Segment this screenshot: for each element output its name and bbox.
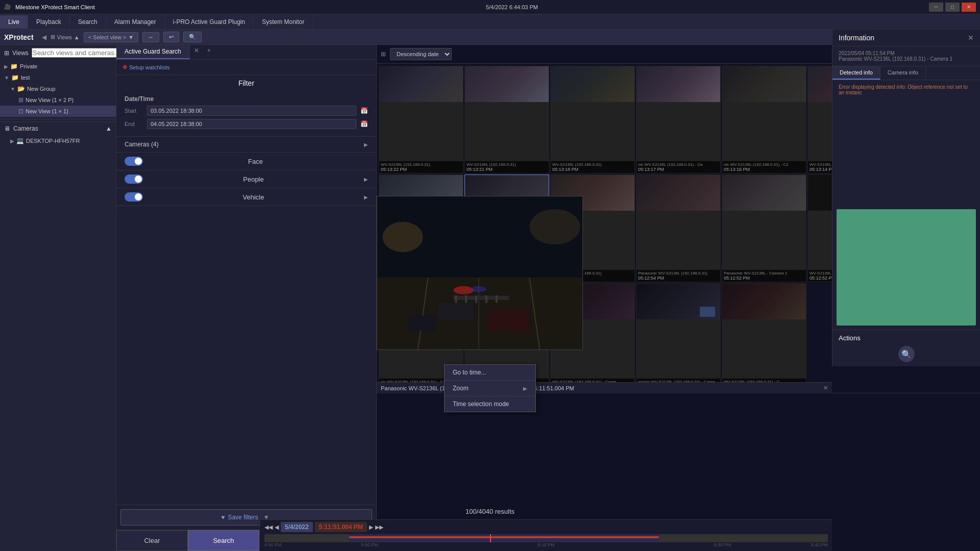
menu-tab-alarm[interactable]: Alarm Manager [106, 15, 165, 29]
grid-time-label: nic WV-S2136L (192.168.0.31) - Ca 05:13:… [636, 161, 720, 173]
minimize-button[interactable]: ─ [929, 3, 943, 12]
menu-tab-search[interactable]: Search [70, 15, 106, 29]
info-tab-camera[interactable]: Camera info [880, 66, 926, 80]
info-tab-detected[interactable]: Detected info [832, 66, 880, 80]
left-panel: ⊞ Views 🔍 + ▶ 📁 Private ▼ 📁 test ▼ 📂 New… [0, 45, 116, 551]
views-icon-panel: ⊞ [4, 49, 9, 57]
start-date-input[interactable] [147, 106, 356, 116]
vehicle-toggle-row[interactable]: Vehicle ▶ [116, 188, 376, 206]
grid-thumbnail [551, 66, 634, 102]
window-controls: ─ □ ✕ [929, 3, 976, 12]
title-left: 🎥 Milestone XProtect Smart Client [4, 4, 95, 10]
cameras-section-header[interactable]: 🖥 Cameras ▲ [0, 121, 116, 135]
close-button[interactable]: ✕ [962, 3, 976, 12]
timeline-bar[interactable] [264, 534, 828, 542]
tree-item-label: New View (1 × 1) [26, 108, 68, 114]
select-view-dropdown[interactable]: < Select view > ▼ [84, 32, 138, 42]
collapse-left-icon[interactable]: ◀ [42, 34, 46, 41]
setup-watchlists-button[interactable]: ⊕ Setup watchlists [116, 60, 376, 75]
app-icon: 🎥 [4, 4, 11, 10]
tree-item-test[interactable]: ▼ 📁 test [0, 72, 116, 83]
views-button[interactable]: ⊞ Views ▲ [51, 34, 80, 40]
actions-title: Actions [839, 334, 974, 342]
views-expand-icon: ▲ [74, 34, 80, 40]
menu-tab-live[interactable]: Live [0, 15, 28, 29]
search-button[interactable]: Search [188, 530, 259, 551]
results-count: 100/4040 results [465, 508, 514, 515]
clear-button[interactable]: Clear [116, 530, 188, 551]
search-cameras-input[interactable] [32, 48, 120, 58]
people-toggle-label: People [243, 176, 263, 183]
tree-item-view1[interactable]: ⊞ New View (1 × 2 P) [0, 94, 116, 106]
menu-tab-sysmon[interactable]: System Monitor [254, 15, 313, 29]
grid-item[interactable]: nic WV-S2136L (192.168.0.31) - Ca 05:13:… [636, 66, 721, 173]
goto-time-label: Go to time... [453, 369, 486, 376]
people-toggle-row[interactable]: People ▶ [116, 170, 376, 188]
toolbar-button-3[interactable]: 🔍 [183, 32, 202, 42]
face-toggle-row[interactable]: Face [116, 153, 376, 170]
svg-rect-11 [408, 315, 436, 331]
filter-tab-add-button[interactable]: + [203, 45, 215, 59]
filter-tab-active-guard[interactable]: Active Guard Search [116, 45, 190, 59]
filter-tab-close-button[interactable]: ✕ [190, 45, 203, 59]
folder-icon: 📂 [17, 85, 25, 92]
maximize-button[interactable]: □ [945, 3, 960, 12]
context-menu-time-selection[interactable]: Time selection mode [445, 396, 535, 412]
app-title: Milestone XProtect Smart Client [15, 4, 95, 10]
grid-item[interactable]: asonic WV-S2136L (192.168.0.31) - Came 0… [636, 283, 721, 391]
cameras-filter-label: Cameras (4) [125, 141, 159, 148]
actions-section: Actions 🔍 [832, 330, 980, 366]
play-button[interactable]: ▶ [369, 524, 373, 531]
grid-item[interactable]: nic WV-S2136L (192.168.0.31) - C2 05:13:… [722, 66, 806, 173]
tree-item-label: Private [20, 63, 37, 69]
info-tabs: Detected info Camera info [832, 66, 980, 80]
tree-item-newgroup[interactable]: ▼ 📂 New Group [0, 83, 116, 94]
tree-item-desktop[interactable]: ▶ 💻 DESKTOP-HFH57FR [0, 135, 116, 146]
face-toggle[interactable] [125, 157, 143, 166]
calendar-icon[interactable]: 📅 [360, 107, 368, 114]
context-menu-goto[interactable]: Go to time... [445, 365, 535, 380]
grid-thumbnail [636, 66, 720, 102]
info-close-button[interactable]: ✕ [968, 34, 974, 42]
forward-button[interactable]: ▶▶ [375, 524, 383, 531]
grid-item[interactable]: WV-S2136L (192.168.0.31) 05:13:22 PM [379, 66, 463, 173]
tree-item-label: DESKTOP-HFH57FR [26, 138, 80, 144]
tree-item-private[interactable]: ▶ 📁 Private [0, 61, 116, 72]
svg-point-5 [382, 222, 423, 253]
monitor-icon: 🖥 [4, 125, 10, 132]
people-toggle[interactable] [125, 174, 143, 184]
grid-item[interactable]: Panasonic WV-S2136L (192.168.0.31) 05:12… [636, 174, 721, 282]
grid-item[interactable]: WV-S2136L (192.168.0.31) 05:13:18 PM [550, 66, 635, 173]
grid-item[interactable]: WV-S2136L (192.168.0.31) - C 05:11:23 PM [722, 283, 806, 391]
grid-item[interactable]: Panasonic WV-S2136L - Camera 1 05:12:52 … [722, 174, 806, 282]
grid-camera-label: WV-S2136L (192.168.0.31) [381, 162, 461, 167]
timeline: ◀◀ ◀ 5/4/2022 5:11:51.004 PM ▶ ▶▶ 4:50 P… [260, 519, 832, 551]
grid-item[interactable]: WV-S2136L (192.168.0.31) 05:13:21 PM [464, 66, 549, 173]
people-expand-icon: ▶ [364, 177, 368, 182]
context-menu: Go to time... Zoom ▶ Time selection mode [444, 364, 536, 412]
calendar-icon-end[interactable]: 📅 [360, 120, 368, 128]
preview-svg [377, 196, 582, 349]
context-menu-zoom[interactable]: Zoom ▶ [445, 381, 535, 396]
views-panel-label: Views [12, 49, 29, 57]
end-date-input[interactable] [147, 119, 356, 129]
preview-close-icon[interactable]: ✕ [823, 385, 828, 391]
actions-search-button[interactable]: 🔍 [898, 346, 915, 362]
preview-video-area [377, 196, 583, 350]
cameras-filter-section[interactable]: Cameras (4) ▶ [116, 137, 376, 153]
vehicle-toggle[interactable] [125, 192, 143, 202]
menu-tab-ipro[interactable]: i-PRO Active Guard Plugin [165, 15, 254, 29]
toolbar-button-1[interactable]: ↔ [142, 32, 159, 42]
rewind-button[interactable]: ◀◀ [264, 524, 273, 531]
info-title: Information [839, 34, 874, 42]
tree-item-view2[interactable]: ⊡ New View (1 × 1) [0, 106, 116, 117]
select-view-arrow: ▼ [128, 34, 134, 40]
filter-panel: Active Guard Search ✕ + ⊕ Setup watchlis… [116, 45, 377, 551]
grid-time-label: nic WV-S2136L (192.168.0.31) - C2 05:13:… [722, 161, 806, 173]
prev-frame-button[interactable]: ◀ [275, 524, 279, 531]
timeline-current-time: 5:11:51.004 PM [315, 522, 367, 532]
sort-select[interactable]: Descending date Ascending date [390, 48, 452, 60]
svg-point-6 [529, 209, 580, 245]
toolbar-button-2[interactable]: ↩ [163, 32, 179, 42]
menu-tab-playback[interactable]: Playback [28, 15, 70, 29]
